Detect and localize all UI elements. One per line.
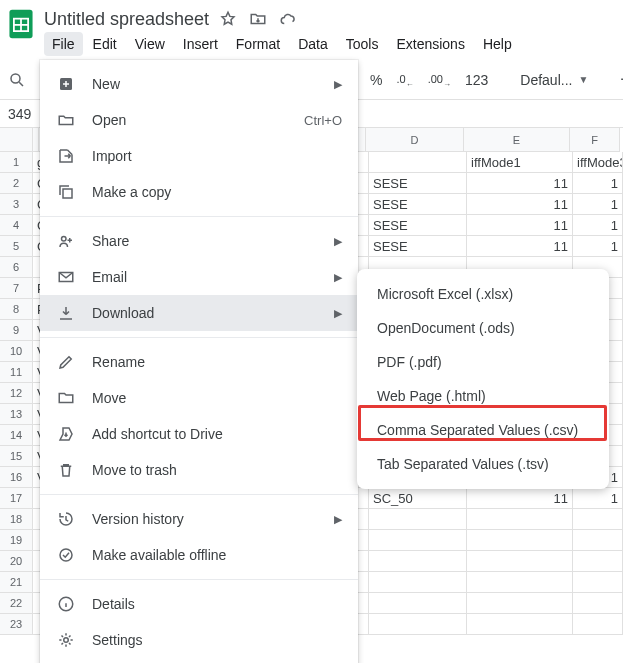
menu-format[interactable]: Format bbox=[228, 32, 288, 56]
cell[interactable]: SC_50 bbox=[369, 488, 467, 509]
menu-edit[interactable]: Edit bbox=[85, 32, 125, 56]
menu-tools[interactable]: Tools bbox=[338, 32, 387, 56]
col-header-d[interactable]: D bbox=[366, 128, 464, 152]
row-header[interactable]: 18 bbox=[0, 509, 32, 530]
cell[interactable] bbox=[573, 572, 623, 593]
cell[interactable] bbox=[369, 593, 467, 614]
menu-rename[interactable]: Rename bbox=[40, 344, 358, 380]
cell[interactable]: 11 bbox=[467, 236, 573, 257]
cell[interactable] bbox=[369, 572, 467, 593]
search-menus-icon[interactable] bbox=[8, 66, 26, 94]
cell[interactable]: SESE bbox=[369, 236, 467, 257]
menu-data[interactable]: Data bbox=[290, 32, 336, 56]
menu-add-shortcut[interactable]: Add shortcut to Drive bbox=[40, 416, 358, 452]
row-header[interactable]: 17 bbox=[0, 488, 32, 509]
font-picker[interactable]: Defaul... ▼ bbox=[512, 72, 596, 88]
row-header[interactable]: 6 bbox=[0, 257, 32, 278]
cell[interactable]: 11 bbox=[467, 194, 573, 215]
row-header[interactable]: 21 bbox=[0, 572, 32, 593]
cell[interactable]: 11 bbox=[467, 215, 573, 236]
cell[interactable]: 1 bbox=[573, 194, 623, 215]
row-header[interactable]: 12 bbox=[0, 383, 32, 404]
row-header[interactable]: 13 bbox=[0, 404, 32, 425]
cell[interactable] bbox=[467, 614, 573, 635]
cell[interactable]: SESE bbox=[369, 215, 467, 236]
cell[interactable] bbox=[573, 593, 623, 614]
row-header[interactable]: 4 bbox=[0, 215, 32, 236]
cell[interactable] bbox=[369, 530, 467, 551]
submenu-html[interactable]: Web Page (.html) bbox=[357, 379, 609, 413]
cell[interactable] bbox=[573, 614, 623, 635]
select-all-corner[interactable] bbox=[0, 128, 32, 152]
cell[interactable]: 11 bbox=[467, 173, 573, 194]
decrease-decimal-button[interactable]: .0← bbox=[392, 70, 417, 89]
menu-offline[interactable]: Make available offline bbox=[40, 537, 358, 573]
menu-settings[interactable]: Settings bbox=[40, 622, 358, 658]
cell[interactable] bbox=[369, 152, 467, 173]
cell[interactable] bbox=[573, 530, 623, 551]
cell[interactable] bbox=[369, 614, 467, 635]
row-header[interactable]: 2 bbox=[0, 173, 32, 194]
menu-help[interactable]: Help bbox=[475, 32, 520, 56]
cell[interactable] bbox=[573, 509, 623, 530]
row-header[interactable]: 16 bbox=[0, 467, 32, 488]
row-header[interactable]: 1 bbox=[0, 152, 32, 173]
menu-file[interactable]: File bbox=[44, 32, 83, 56]
submenu-tsv[interactable]: Tab Separated Values (.tsv) bbox=[357, 447, 609, 481]
menu-email[interactable]: Email ▶ bbox=[40, 259, 358, 295]
col-header-f[interactable]: F bbox=[570, 128, 620, 152]
cell[interactable] bbox=[369, 509, 467, 530]
submenu-xlsx[interactable]: Microsoft Excel (.xlsx) bbox=[357, 277, 609, 311]
row-header[interactable]: 22 bbox=[0, 593, 32, 614]
cell[interactable] bbox=[467, 509, 573, 530]
cloud-icon[interactable] bbox=[279, 10, 297, 28]
menu-move[interactable]: Move bbox=[40, 380, 358, 416]
row-header[interactable]: 15 bbox=[0, 446, 32, 467]
cell[interactable] bbox=[467, 572, 573, 593]
menu-view[interactable]: View bbox=[127, 32, 173, 56]
percent-format-button[interactable]: % bbox=[366, 72, 386, 88]
document-title[interactable]: Untitled spreadsheet bbox=[44, 9, 209, 30]
cell[interactable] bbox=[573, 551, 623, 572]
submenu-ods[interactable]: OpenDocument (.ods) bbox=[357, 311, 609, 345]
row-header[interactable]: 3 bbox=[0, 194, 32, 215]
col-header-e[interactable]: E bbox=[464, 128, 570, 152]
menu-new[interactable]: New ▶ bbox=[40, 66, 358, 102]
number-format-button[interactable]: 123 bbox=[461, 72, 492, 88]
row-header[interactable]: 7 bbox=[0, 278, 32, 299]
cell[interactable] bbox=[369, 551, 467, 572]
submenu-pdf[interactable]: PDF (.pdf) bbox=[357, 345, 609, 379]
cell[interactable]: 1 bbox=[573, 236, 623, 257]
menu-download[interactable]: Download ▶ bbox=[40, 295, 358, 331]
menu-insert[interactable]: Insert bbox=[175, 32, 226, 56]
menu-import[interactable]: Import bbox=[40, 138, 358, 174]
menu-details[interactable]: Details bbox=[40, 586, 358, 622]
name-box[interactable]: 349 bbox=[8, 106, 31, 122]
menu-extensions[interactable]: Extensions bbox=[388, 32, 472, 56]
row-header[interactable]: 20 bbox=[0, 551, 32, 572]
move-folder-icon[interactable] bbox=[249, 10, 267, 28]
cell[interactable]: iffMode3 bbox=[573, 152, 623, 173]
cell[interactable]: SESE bbox=[369, 194, 467, 215]
row-header[interactable]: 23 bbox=[0, 614, 32, 635]
menu-make-copy[interactable]: Make a copy bbox=[40, 174, 358, 210]
cell[interactable]: SESE bbox=[369, 173, 467, 194]
cell[interactable] bbox=[467, 530, 573, 551]
increase-decimal-button[interactable]: .00→ bbox=[424, 70, 455, 89]
cell[interactable]: 1 bbox=[573, 173, 623, 194]
menu-version-history[interactable]: Version history ▶ bbox=[40, 501, 358, 537]
cell[interactable]: 11 bbox=[467, 488, 573, 509]
menu-share[interactable]: Share ▶ bbox=[40, 223, 358, 259]
row-header[interactable]: 8 bbox=[0, 299, 32, 320]
submenu-csv[interactable]: Comma Separated Values (.csv) bbox=[357, 413, 609, 447]
cell[interactable]: 1 bbox=[573, 488, 623, 509]
font-size-decrease[interactable]: − bbox=[616, 69, 623, 90]
row-header[interactable]: 10 bbox=[0, 341, 32, 362]
star-icon[interactable] bbox=[219, 10, 237, 28]
menu-trash[interactable]: Move to trash bbox=[40, 452, 358, 488]
cell[interactable] bbox=[467, 593, 573, 614]
row-header[interactable]: 14 bbox=[0, 425, 32, 446]
row-header[interactable]: 5 bbox=[0, 236, 32, 257]
cell[interactable]: iffMode1 bbox=[467, 152, 573, 173]
cell[interactable]: 1 bbox=[573, 215, 623, 236]
